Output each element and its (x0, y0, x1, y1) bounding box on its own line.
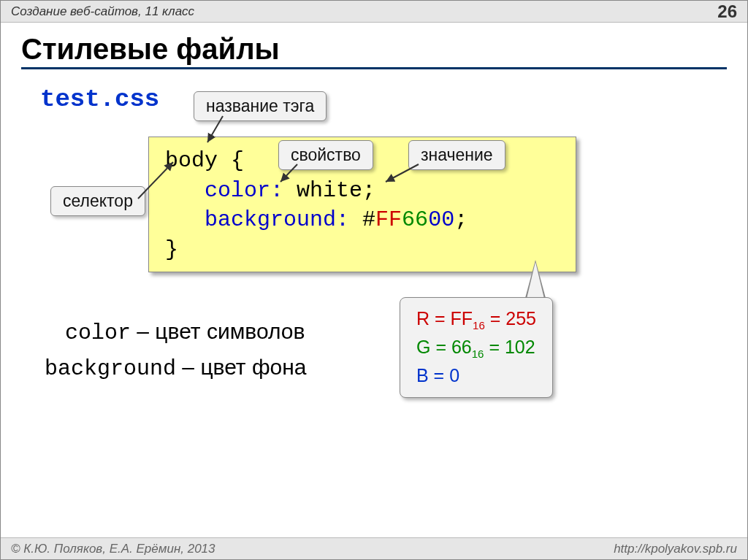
code-hash: # (362, 207, 375, 232)
rgb-g-hex: G = 66 (416, 337, 472, 357)
rgb-r-hex: R = FF (416, 308, 473, 329)
rgb-b: B = 0 (416, 362, 536, 388)
code-property-color: color: (205, 178, 283, 203)
rgb-r: R = FF16 = 255 (416, 305, 536, 334)
page-number: 26 (717, 1, 737, 22)
code-hex-ff: FF (375, 207, 402, 232)
footer-url: http://kpolyakov.spb.ru (614, 542, 737, 556)
rgb-box: R = FF16 = 255 G = 6616 = 102 B = 0 (400, 297, 553, 398)
slide-title: Стилевые файлы (21, 33, 727, 66)
rgb-g-sub: 16 (472, 348, 484, 360)
code-line-3-indent (165, 207, 205, 232)
code-hex-00: 00 (428, 207, 454, 232)
diagram-stage: body { color: white; background: #FF6600… (21, 113, 722, 361)
rgb-r-sub: 16 (473, 319, 485, 331)
topbar: Создание веб-сайтов, 11 класс 26 (1, 1, 747, 23)
code-hex-66: 66 (402, 207, 428, 232)
definitions: color – цвет символов background – цвет … (65, 315, 307, 386)
code-property-background: background: (205, 207, 349, 232)
topbar-subject: Создание веб-сайтов, 11 класс (11, 4, 194, 19)
callout-value: значение (408, 140, 505, 170)
footer-copyright: © К.Ю. Поляков, Е.А. Ерёмин, 2013 (11, 542, 215, 556)
code-sc1: ; (362, 178, 375, 203)
callout-tagname: название тэга (194, 91, 327, 121)
code-sc2: ; (454, 207, 468, 232)
slide-content: Стилевые файлы test.css body { color: wh… (1, 23, 747, 361)
code-line-2-indent (165, 178, 205, 203)
callout-selector: селектор (50, 186, 145, 216)
code-value-white: white (283, 178, 362, 203)
footer: © К.Ю. Поляков, Е.А. Ерёмин, 2013 http:/… (1, 537, 747, 559)
def-color: color – цвет символов (65, 315, 307, 350)
def-bg-kw: background (45, 356, 176, 381)
title-rule (21, 67, 727, 69)
callout-property: свойство (278, 140, 373, 170)
rgb-g-dec: = 102 (484, 337, 535, 357)
code-line-4: } (165, 237, 178, 262)
def-bg-text: – цвет фона (176, 355, 307, 379)
code-space (349, 207, 362, 232)
code-line-1: body { (165, 148, 244, 173)
def-color-kw: color (65, 321, 131, 345)
def-background: background – цвет фона (45, 350, 307, 386)
rgb-g: G = 6616 = 102 (416, 334, 536, 362)
def-color-text: – цвет символов (131, 319, 305, 343)
filename-label: test.css (40, 85, 159, 113)
rgb-r-dec: = 255 (485, 308, 536, 329)
